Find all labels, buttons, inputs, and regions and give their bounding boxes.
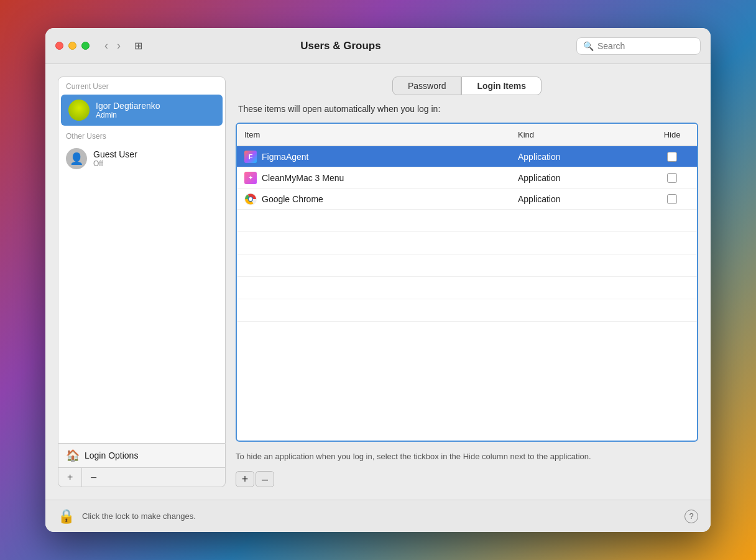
table-body: F FigmaAgent Application ✦ CleanMyMac 3 … bbox=[237, 146, 697, 322]
user-role-guest: Off bbox=[93, 159, 137, 168]
table-row[interactable]: ✦ CleanMyMac 3 Menu Application bbox=[237, 167, 697, 189]
close-button[interactable] bbox=[55, 42, 63, 50]
right-panel: Password Login Items These items will op… bbox=[236, 77, 698, 487]
table-header: Item Kind Hide bbox=[237, 124, 697, 146]
login-options-row[interactable]: 🏠 Login Options bbox=[58, 444, 226, 468]
add-user-button[interactable]: + bbox=[58, 468, 82, 487]
maximize-button[interactable] bbox=[81, 42, 90, 50]
column-hide: Hide bbox=[647, 128, 697, 142]
empty-row bbox=[237, 210, 697, 232]
user-role-igor: Admin bbox=[96, 111, 160, 119]
login-options-label: Login Options bbox=[85, 450, 138, 460]
app-name-figma: FigmaAgent bbox=[262, 152, 308, 162]
row-hide-chrome bbox=[647, 190, 697, 208]
app-name-chrome: Google Chrome bbox=[262, 194, 323, 204]
sidebar-controls: + – bbox=[58, 468, 226, 487]
window-title: Users & Groups bbox=[113, 40, 569, 52]
column-kind: Kind bbox=[510, 128, 647, 142]
sidebar-item-guest[interactable]: 👤 Guest User Off bbox=[58, 143, 225, 174]
cleanmymac-icon: ✦ bbox=[244, 172, 257, 184]
tab-password[interactable]: Password bbox=[392, 77, 461, 95]
remove-item-button[interactable]: – bbox=[256, 471, 274, 487]
main-content: Current User Igor Degtiarenko Admin Othe… bbox=[45, 64, 711, 500]
back-button[interactable]: ‹ bbox=[102, 38, 111, 54]
sidebar: Current User Igor Degtiarenko Admin Othe… bbox=[58, 77, 226, 487]
hide-checkbox-cleanmymac[interactable] bbox=[667, 173, 677, 183]
hide-checkbox-chrome[interactable] bbox=[667, 194, 677, 204]
items-table: Item Kind Hide F FigmaAgent Application bbox=[236, 123, 698, 442]
row-item-chrome: Google Chrome bbox=[237, 189, 510, 209]
avatar-guest: 👤 bbox=[66, 148, 87, 169]
empty-row bbox=[237, 299, 697, 322]
empty-row bbox=[237, 277, 697, 299]
user-name-igor: Igor Degtiarenko bbox=[96, 101, 160, 111]
row-kind-figma: Application bbox=[510, 148, 647, 166]
add-item-button[interactable]: + bbox=[236, 471, 254, 487]
search-icon: 🔍 bbox=[583, 41, 594, 51]
current-user-header: Current User bbox=[58, 77, 225, 93]
remove-user-button[interactable]: – bbox=[82, 468, 105, 487]
empty-row bbox=[237, 254, 697, 277]
system-preferences-window: ‹ › ⊞ Users & Groups 🔍 Current User Igor… bbox=[45, 28, 711, 532]
home-icon: 🏠 bbox=[66, 449, 80, 462]
table-row[interactable]: Google Chrome Application bbox=[237, 189, 697, 210]
lock-icon[interactable]: 🔒 bbox=[58, 508, 75, 525]
hide-checkbox-figma[interactable] bbox=[667, 152, 677, 162]
row-hide-cleanmymac bbox=[647, 169, 697, 187]
row-item-cleanmymac: ✦ CleanMyMac 3 Menu bbox=[237, 168, 510, 188]
lock-text: Click the lock to make changes. bbox=[82, 511, 196, 521]
hint-text: To hide an application when you log in, … bbox=[236, 450, 698, 463]
figma-icon: F bbox=[244, 151, 257, 163]
search-bar: 🔍 bbox=[576, 37, 701, 55]
row-kind-chrome: Application bbox=[510, 190, 647, 208]
minimize-button[interactable] bbox=[68, 42, 76, 50]
row-item-figma: F FigmaAgent bbox=[237, 147, 510, 167]
sidebar-list: Current User Igor Degtiarenko Admin Othe… bbox=[58, 77, 226, 444]
row-kind-cleanmymac: Application bbox=[510, 169, 647, 187]
avatar-igor bbox=[68, 100, 90, 121]
row-hide-figma bbox=[647, 148, 697, 166]
tab-login-items[interactable]: Login Items bbox=[461, 77, 542, 95]
tab-bar: Password Login Items bbox=[236, 77, 698, 95]
svg-point-2 bbox=[249, 197, 252, 201]
search-input[interactable] bbox=[597, 41, 694, 51]
column-item: Item bbox=[237, 128, 510, 142]
sidebar-item-igor[interactable]: Igor Degtiarenko Admin bbox=[61, 95, 223, 126]
user-name-guest: Guest User bbox=[93, 149, 137, 159]
chrome-icon bbox=[244, 193, 257, 205]
help-button[interactable]: ? bbox=[685, 510, 698, 523]
panel-description: These items will open automatically when… bbox=[236, 104, 698, 114]
table-row[interactable]: F FigmaAgent Application bbox=[237, 146, 697, 167]
bottom-controls: + – bbox=[236, 471, 698, 487]
traffic-lights bbox=[55, 42, 90, 50]
bottom-bar: 🔒 Click the lock to make changes. ? bbox=[45, 500, 711, 532]
titlebar: ‹ › ⊞ Users & Groups 🔍 bbox=[45, 28, 711, 64]
app-name-cleanmymac: CleanMyMac 3 Menu bbox=[262, 173, 344, 183]
empty-row bbox=[237, 232, 697, 254]
other-users-header: Other Users bbox=[58, 127, 225, 143]
